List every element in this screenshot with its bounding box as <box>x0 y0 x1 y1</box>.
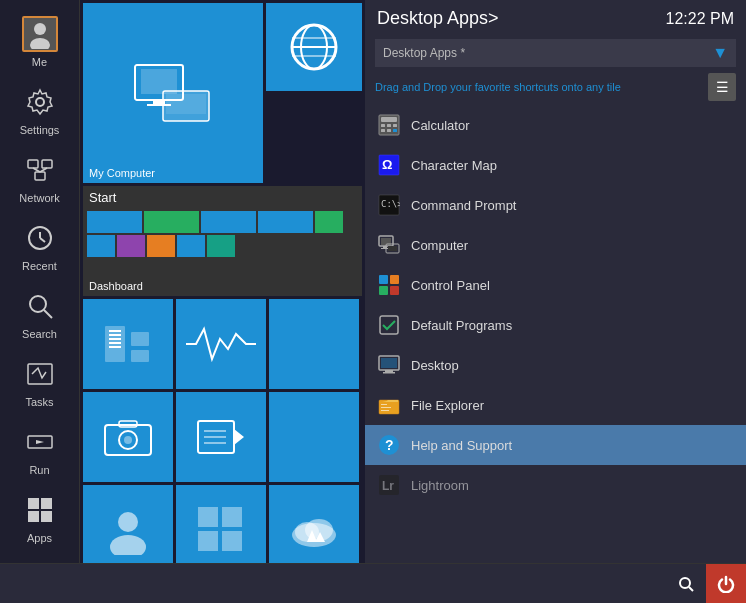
sidebar-item-run[interactable]: Run <box>0 416 79 484</box>
svg-rect-52 <box>198 531 218 551</box>
svg-rect-83 <box>379 275 388 284</box>
power-button[interactable] <box>706 564 746 604</box>
person-icon <box>22 16 58 52</box>
main-container: Me Settings Network <box>0 0 746 563</box>
tile-camera[interactable] <box>83 392 173 482</box>
dashboard-label: Dashboard <box>89 280 143 292</box>
app-item-help-support[interactable]: ? Help and Support <box>365 425 746 465</box>
sidebar-item-network[interactable]: Network <box>0 144 79 212</box>
svg-rect-72 <box>393 129 397 132</box>
clock-icon <box>22 220 58 256</box>
tile-empty1[interactable] <box>269 299 359 389</box>
tile-ie[interactable] <box>266 3 362 91</box>
app-item-desktop[interactable]: Desktop <box>365 345 746 385</box>
sidebar: Me Settings Network <box>0 0 80 563</box>
sidebar-item-settings[interactable]: Settings <box>0 76 79 144</box>
tile-dashboard[interactable]: Start Dashboard <box>83 186 362 296</box>
svg-rect-93 <box>381 404 387 405</box>
search-button[interactable] <box>666 564 706 604</box>
svg-rect-53 <box>222 531 242 551</box>
svg-rect-5 <box>35 172 45 180</box>
list-view-button[interactable]: ☰ <box>708 73 736 101</box>
sidebar-item-apps[interactable]: Apps <box>0 484 79 552</box>
sidebar-label-search: Search <box>22 328 57 340</box>
tile-pulse[interactable] <box>176 299 266 389</box>
svg-line-12 <box>44 310 52 318</box>
lightroom-icon: Lr <box>377 473 401 497</box>
svg-text:Ω: Ω <box>382 157 392 172</box>
controlpanel-icon <box>377 273 401 297</box>
svg-marker-44 <box>234 429 244 445</box>
tile-mycomputer[interactable]: My Computer <box>83 3 263 183</box>
svg-rect-91 <box>383 372 395 374</box>
svg-rect-66 <box>381 117 397 122</box>
svg-rect-4 <box>42 160 52 168</box>
tile-empty2[interactable] <box>269 392 359 482</box>
app-label-lightroom: Lightroom <box>411 478 469 493</box>
svg-rect-80 <box>381 248 389 249</box>
dashboard-start-label: Start <box>83 186 362 209</box>
sidebar-item-recent[interactable]: Recent <box>0 212 79 280</box>
app-item-computer[interactable]: Computer <box>365 225 746 265</box>
app-label-command-prompt: Command Prompt <box>411 198 516 213</box>
svg-rect-71 <box>387 129 391 132</box>
panel-time: 12:22 PM <box>666 10 734 28</box>
app-item-lightroom[interactable]: Lr Lightroom <box>365 465 746 505</box>
drag-hint: Drag and Drop your favorite shortcuts on… <box>375 81 621 93</box>
svg-point-48 <box>118 512 138 532</box>
search-input[interactable] <box>0 564 666 603</box>
app-item-file-explorer[interactable]: File Explorer <box>365 385 746 425</box>
tiles-area: My Computer Start <box>80 0 365 563</box>
panel-dropdown[interactable]: Desktop Apps * ▼ <box>375 39 736 67</box>
tile-user[interactable] <box>83 485 173 563</box>
panel-title: Desktop Apps> <box>377 8 499 29</box>
app-item-character-map[interactable]: Ω Character Map <box>365 145 746 185</box>
computer-icon <box>377 233 401 257</box>
svg-text:Lr: Lr <box>382 479 394 493</box>
svg-rect-85 <box>379 286 388 295</box>
app-label-computer: Computer <box>411 238 468 253</box>
svg-rect-38 <box>131 350 149 362</box>
sidebar-label-me: Me <box>32 56 47 68</box>
sidebar-item-me[interactable]: Me <box>0 8 79 76</box>
tile-info[interactable] <box>83 299 173 389</box>
svg-point-100 <box>680 578 690 588</box>
svg-rect-86 <box>390 286 399 295</box>
svg-point-0 <box>34 23 46 35</box>
gear-icon <box>22 84 58 120</box>
svg-rect-34 <box>109 338 121 340</box>
svg-point-42 <box>124 436 132 444</box>
desktop-panel: Desktop Apps> 12:22 PM Desktop Apps * ▼ … <box>365 0 746 563</box>
app-item-command-prompt[interactable]: C:\> Command Prompt <box>365 185 746 225</box>
sidebar-label-network: Network <box>19 192 59 204</box>
svg-rect-17 <box>41 498 52 509</box>
svg-rect-90 <box>385 370 393 372</box>
svg-rect-69 <box>393 124 397 127</box>
cmd-icon: C:\> <box>377 193 401 217</box>
tile-video[interactable] <box>176 392 266 482</box>
svg-rect-67 <box>381 124 385 127</box>
tile-cloud[interactable] <box>269 485 359 563</box>
sidebar-label-tasks: Tasks <box>25 396 53 408</box>
app-item-control-panel[interactable]: Control Panel <box>365 265 746 305</box>
svg-marker-15 <box>36 440 44 444</box>
tile-grid[interactable] <box>176 485 266 563</box>
calculator-icon <box>377 113 401 137</box>
svg-text:C:\>: C:\> <box>381 199 400 209</box>
app-label-desktop: Desktop <box>411 358 459 373</box>
app-label-file-explorer: File Explorer <box>411 398 484 413</box>
sidebar-item-tasks[interactable]: Tasks <box>0 348 79 416</box>
panel-header: Desktop Apps> 12:22 PM <box>365 0 746 37</box>
sidebar-item-search[interactable]: Search <box>0 280 79 348</box>
bottom-bar <box>0 563 746 603</box>
svg-point-49 <box>110 535 146 555</box>
svg-rect-94 <box>381 407 391 408</box>
charmap-icon: Ω <box>377 153 401 177</box>
svg-rect-70 <box>381 129 385 132</box>
tasks-icon <box>22 356 58 392</box>
app-item-default-programs[interactable]: Default Programs <box>365 305 746 345</box>
app-label-default-programs: Default Programs <box>411 318 512 333</box>
sidebar-label-run: Run <box>29 464 49 476</box>
help-icon: ? <box>377 433 401 457</box>
app-item-calculator[interactable]: Calculator <box>365 105 746 145</box>
